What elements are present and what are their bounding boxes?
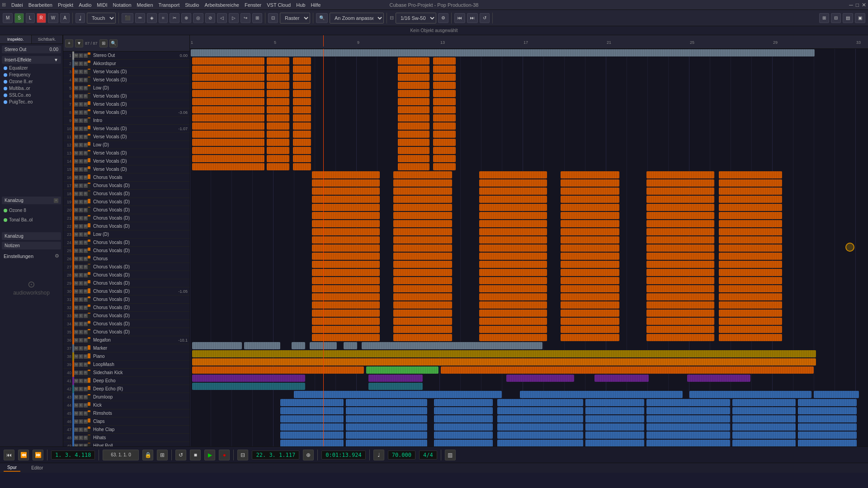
audio-clip[interactable] bbox=[398, 155, 429, 162]
channel-e-button[interactable]: E bbox=[79, 216, 83, 221]
channel-row[interactable]: 10MERVerse Vocals (D)-1.07 bbox=[63, 125, 189, 133]
snap-button[interactable]: ⊡ bbox=[268, 13, 278, 23]
audio-clip[interactable] bbox=[393, 179, 452, 187]
tool12-button[interactable]: ⊞ bbox=[252, 13, 262, 23]
audio-clip[interactable] bbox=[732, 415, 796, 422]
layout3-button[interactable]: ▤ bbox=[843, 13, 853, 23]
channel-m-button[interactable]: M bbox=[74, 216, 78, 221]
channel-e-button[interactable]: E bbox=[79, 249, 83, 253]
audio-clip[interactable] bbox=[719, 228, 782, 235]
channel-m-button[interactable]: M bbox=[74, 249, 78, 253]
audio-clip[interactable] bbox=[479, 269, 547, 276]
channel-e-button[interactable]: E bbox=[79, 94, 83, 99]
audio-clip[interactable] bbox=[433, 131, 456, 138]
audio-clip[interactable] bbox=[312, 236, 380, 244]
channel-strip-header[interactable]: Kanalzug + bbox=[2, 197, 61, 204]
menu-projekt[interactable]: Projekt bbox=[58, 2, 73, 8]
channel-m-button[interactable]: M bbox=[74, 281, 78, 286]
audio-clip[interactable] bbox=[368, 383, 423, 390]
audio-clip[interactable] bbox=[646, 179, 714, 187]
audio-clip[interactable] bbox=[479, 277, 547, 284]
channel-e-button[interactable]: E bbox=[79, 297, 83, 302]
audio-clip[interactable] bbox=[479, 236, 547, 244]
menu-midi[interactable]: MIDI bbox=[97, 2, 107, 8]
audio-clip[interactable] bbox=[267, 131, 289, 138]
metronome-toggle[interactable]: 🔒 bbox=[142, 450, 153, 460]
channel-m-button[interactable]: M bbox=[74, 208, 78, 212]
channel-m-button[interactable]: M bbox=[74, 419, 78, 424]
audio-clip[interactable] bbox=[267, 155, 289, 162]
audio-clip[interactable] bbox=[561, 293, 619, 300]
audio-clip[interactable] bbox=[280, 432, 344, 439]
audio-clip[interactable] bbox=[719, 212, 782, 219]
audio-clip[interactable] bbox=[719, 334, 782, 341]
audio-clip[interactable] bbox=[398, 74, 429, 81]
audio-clip[interactable] bbox=[433, 74, 456, 81]
channel-e-button[interactable]: E bbox=[79, 151, 83, 155]
channel-e-button[interactable]: E bbox=[79, 289, 83, 294]
audio-clip[interactable] bbox=[561, 188, 619, 195]
channel-r-button[interactable]: R bbox=[84, 94, 88, 99]
punch-button[interactable]: ⊟ bbox=[237, 450, 248, 460]
channel-r-button[interactable]: R bbox=[84, 192, 88, 196]
channel-row[interactable]: 46MERClaps bbox=[63, 418, 189, 426]
channel-row[interactable]: 38MERPiano bbox=[63, 352, 189, 361]
audio-clip[interactable] bbox=[719, 196, 782, 203]
channel-r-button[interactable]: R bbox=[84, 53, 88, 58]
audio-clip[interactable] bbox=[312, 334, 380, 341]
spur-tab[interactable]: Spur bbox=[4, 464, 20, 472]
audio-clip[interactable] bbox=[506, 375, 574, 382]
audio-clip[interactable] bbox=[719, 244, 782, 252]
channel-e-button[interactable]: E bbox=[79, 192, 83, 196]
audio-clip[interactable] bbox=[346, 407, 427, 414]
audio-clip[interactable] bbox=[719, 293, 782, 300]
channel-row[interactable]: 11MERVerse Vocals (D) bbox=[63, 133, 189, 141]
audio-clip[interactable] bbox=[368, 375, 423, 382]
audio-clip[interactable] bbox=[798, 415, 857, 422]
tool9-button[interactable]: ◁ bbox=[217, 13, 227, 23]
audio-clip[interactable] bbox=[732, 407, 796, 414]
channel-row[interactable]: 26MERChorus bbox=[63, 255, 189, 263]
channel-m-button[interactable]: M bbox=[74, 135, 78, 139]
audio-clip[interactable] bbox=[293, 155, 311, 162]
channel-r-button[interactable]: R bbox=[84, 281, 88, 286]
audio-clip[interactable] bbox=[561, 310, 619, 317]
channel-e-button[interactable]: E bbox=[79, 387, 83, 391]
channel-row[interactable]: 47MERHohe Clap bbox=[63, 426, 189, 434]
effect-item[interactable]: Multiba..or bbox=[2, 85, 61, 92]
audio-clip[interactable] bbox=[192, 139, 264, 146]
audio-clip[interactable] bbox=[192, 90, 264, 97]
track-clips-area[interactable] bbox=[190, 49, 868, 446]
audio-clip[interactable] bbox=[719, 326, 782, 333]
audio-clip[interactable] bbox=[479, 310, 547, 317]
audio-clip[interactable] bbox=[393, 326, 452, 333]
audio-clip[interactable] bbox=[561, 179, 619, 187]
audio-clip[interactable] bbox=[561, 318, 619, 325]
channel-e-button[interactable]: E bbox=[79, 70, 83, 74]
audio-clip[interactable] bbox=[687, 375, 750, 382]
audio-clip[interactable] bbox=[293, 90, 311, 97]
audio-clip[interactable] bbox=[393, 204, 452, 211]
audio-clip[interactable] bbox=[293, 114, 311, 122]
channel-e-button[interactable]: E bbox=[79, 354, 83, 359]
channel-e-button[interactable]: E bbox=[79, 395, 83, 399]
audio-clip[interactable] bbox=[312, 171, 380, 178]
audio-clip[interactable] bbox=[479, 285, 547, 292]
audio-clip[interactable] bbox=[497, 399, 583, 406]
channel-row[interactable]: 4MERVerse Vocals (D) bbox=[63, 76, 189, 84]
channel-e-button[interactable]: E bbox=[79, 346, 83, 351]
channel-m-button[interactable]: M bbox=[74, 444, 78, 447]
effect-item[interactable]: Ozone 8..er bbox=[2, 78, 61, 85]
channel-r-button[interactable]: R bbox=[84, 110, 88, 115]
channel-e-button[interactable]: E bbox=[79, 330, 83, 334]
audio-clip[interactable] bbox=[312, 261, 380, 268]
audio-clip[interactable] bbox=[362, 342, 542, 349]
channel-e-button[interactable]: E bbox=[79, 257, 83, 261]
channel-row[interactable]: 36MERMegafon-10.1 bbox=[63, 336, 189, 344]
channel-e-button[interactable]: E bbox=[79, 110, 83, 115]
mix-level-button[interactable]: ▥ bbox=[445, 450, 456, 460]
channel-r-button[interactable]: R bbox=[84, 61, 88, 66]
channel-r-button[interactable]: R bbox=[84, 444, 88, 447]
audio-clip[interactable] bbox=[293, 122, 311, 130]
channel-r-button[interactable]: R bbox=[84, 273, 88, 277]
